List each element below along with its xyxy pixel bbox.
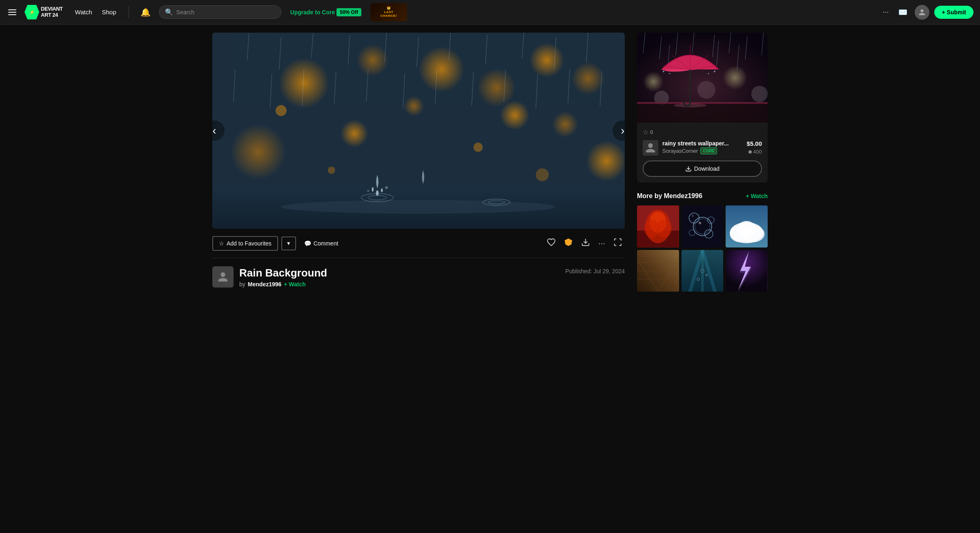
svg-point-54 [751, 86, 768, 102]
thumbnail-bubbles[interactable] [682, 205, 724, 248]
svg-point-13 [276, 105, 287, 116]
svg-point-2 [357, 44, 389, 76]
svg-point-15 [474, 143, 483, 152]
more-options-button[interactable]: ··· [880, 5, 891, 19]
search-bar: 🔍 [159, 5, 281, 19]
svg-point-77 [669, 73, 670, 74]
featured-info: ☆ 0 rainy streets wallpaper... SorayasCo… [637, 123, 768, 183]
thumbnail-clouds[interactable] [726, 205, 768, 248]
more-by-title: More by Mendez1996 [637, 192, 702, 200]
svg-rect-86 [682, 205, 724, 248]
logo-icon: ⚡ [24, 5, 39, 20]
featured-image[interactable] [637, 33, 768, 123]
rating-star-icon: ☆ [643, 128, 648, 136]
artwork-title: Rain Background [239, 267, 327, 279]
download-icon [581, 238, 590, 247]
thumb-red-inner [637, 205, 679, 248]
fullscreen-button[interactable] [611, 235, 625, 251]
svg-point-44 [372, 187, 374, 192]
featured-meta: rainy streets wallpaper... SorayasCorner… [643, 140, 762, 156]
svg-point-4 [477, 69, 516, 107]
featured-price: $5.00 [746, 140, 762, 147]
add-to-favourites-button[interactable]: ☆ Add to Favourites [212, 236, 278, 251]
svg-point-16 [536, 168, 548, 181]
svg-point-99 [737, 221, 756, 236]
thumbnail-red[interactable] [637, 205, 679, 248]
header: ⚡ DEVIANT ART 24 Watch Shop 🔔 🔍 Upgrade … [0, 0, 980, 25]
person-icon [918, 9, 926, 16]
svg-point-42 [376, 190, 379, 196]
svg-point-3 [419, 47, 464, 92]
svg-point-93 [699, 222, 701, 224]
thumb-clouds-inner [726, 205, 768, 248]
user-avatar-button[interactable] [915, 5, 929, 20]
featured-title: rainy streets wallpaper... [662, 140, 742, 147]
watch-artist-sidebar-button[interactable]: + Watch [746, 193, 768, 199]
notification-button[interactable]: 🔔 [137, 6, 154, 19]
svg-point-46 [367, 190, 369, 192]
download-action-button[interactable] [579, 235, 592, 251]
more-by-header: More by Mendez1996 + Watch [637, 192, 768, 200]
artist-details: Rain Background by Mendez1996 + Watch [239, 267, 327, 288]
featured-card: ☆ 0 rainy streets wallpaper... SorayasCo… [637, 33, 768, 183]
svg-point-11 [500, 100, 530, 130]
thumb-lightning-inner [726, 250, 768, 292]
featured-author-name[interactable]: SorayasCorner [662, 148, 698, 154]
thumbnail-wood[interactable] [637, 250, 679, 292]
by-label: by [239, 281, 245, 288]
submit-button[interactable]: + Submit [934, 6, 973, 19]
artist-block: Rain Background by Mendez1996 + Watch [212, 266, 327, 288]
core-badge: CORE [700, 147, 717, 154]
svg-point-14 [328, 167, 335, 174]
artist-name-link[interactable]: Mendez1996 [248, 281, 281, 288]
svg-point-10 [404, 96, 424, 116]
artwork-image: ‹ › [212, 33, 625, 229]
vote-button[interactable] [544, 235, 558, 251]
artwork-info: Rain Background by Mendez1996 + Watch Pu… [212, 258, 625, 296]
search-icon: 🔍 [165, 8, 173, 16]
svg-point-78 [714, 71, 715, 72]
thumbnail-ocean[interactable] [682, 250, 724, 292]
comment-button[interactable]: 💬 Comment [299, 237, 343, 250]
download-label: Download [694, 165, 719, 172]
main-container: ‹ › ☆ Add to Favourites ▼ 💬 Comment [204, 25, 776, 304]
featured-details: rainy streets wallpaper... SorayasCorner… [662, 140, 742, 154]
search-input[interactable] [176, 9, 275, 16]
upgrade-button[interactable]: Upgrade to Core 50% Off [286, 6, 365, 19]
promo-banner[interactable]: 👑 LAST CHANCE! [370, 3, 407, 21]
thumb-ocean-inner [682, 250, 724, 292]
comment-label: Comment [314, 240, 339, 247]
artwork-container: ‹ › ☆ Add to Favourites ▼ 💬 Comment [212, 33, 625, 296]
svg-point-52 [643, 71, 664, 92]
svg-point-41 [281, 200, 556, 214]
comment-icon: 💬 [304, 240, 311, 247]
svg-point-45 [385, 186, 388, 189]
thumb-wood-inner [637, 250, 679, 292]
artist-byline: by Mendez1996 + Watch [239, 281, 327, 288]
svg-point-76 [663, 71, 664, 72]
svg-point-53 [723, 65, 747, 90]
hamburger-menu-button[interactable] [7, 8, 18, 17]
featured-coins: 400 [748, 149, 762, 155]
featured-author-avatar[interactable] [643, 140, 658, 156]
svg-point-6 [231, 124, 286, 179]
svg-point-79 [708, 73, 709, 74]
svg-point-9 [586, 141, 625, 181]
logo[interactable]: ⚡ DEVIANT ART 24 [24, 5, 63, 20]
upgrade-text: Upgrade to Core [290, 9, 335, 16]
svg-point-5 [530, 43, 564, 78]
svg-point-56 [697, 81, 715, 99]
thumbnail-lightning[interactable] [726, 250, 768, 292]
avatar-person-icon [217, 271, 229, 283]
download-button[interactable]: Download [643, 161, 762, 177]
svg-point-7 [341, 120, 368, 147]
watch-artist-button[interactable]: + Watch [284, 281, 306, 288]
shop-nav-link[interactable]: Shop [98, 6, 120, 18]
action-bar: ☆ Add to Favourites ▼ 💬 Comment [212, 229, 625, 258]
favourites-dropdown-button[interactable]: ▼ [281, 236, 296, 250]
artist-avatar[interactable] [212, 266, 234, 288]
watch-nav-link[interactable]: Watch [71, 6, 96, 18]
more-actions-button[interactable]: ··· [596, 236, 608, 250]
mail-button[interactable]: ✉️ [896, 5, 910, 19]
award-button[interactable] [561, 235, 575, 251]
